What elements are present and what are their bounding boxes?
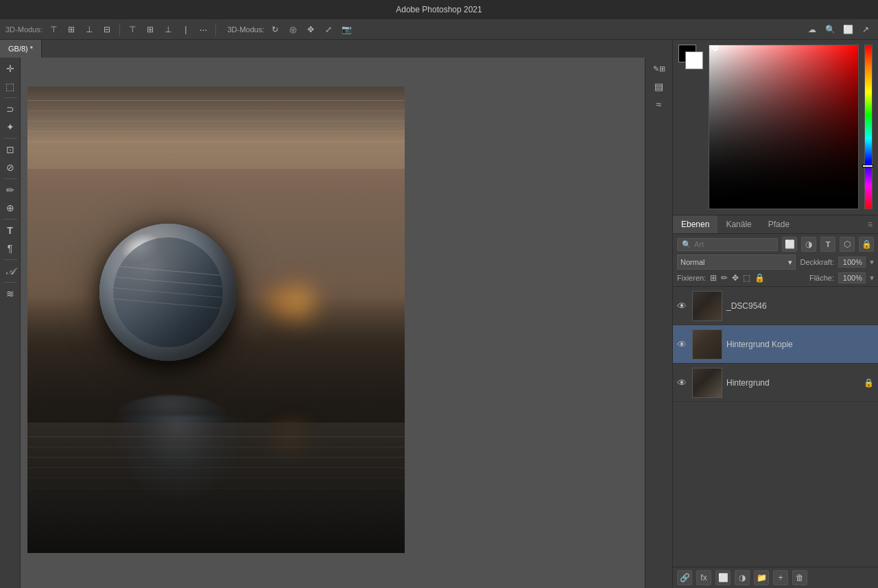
distribute-even-icon[interactable]: |: [179, 23, 193, 36]
type-tool[interactable]: T: [2, 222, 19, 239]
distribute-top-icon[interactable]: ⊤: [126, 23, 139, 36]
align-top-icon[interactable]: ⊤: [47, 23, 60, 36]
layer-visibility-hintergrund[interactable]: 👁: [677, 377, 688, 388]
align-bottom-icon[interactable]: ⊥: [82, 23, 96, 36]
gradient-tool-icon[interactable]: ▤: [651, 78, 667, 95]
fill-value[interactable]: 100%: [838, 272, 866, 283]
fill-label: Fläche:: [809, 274, 834, 282]
fix-row: Fixieren: ⊞ ✏ ✥ ⬚ 🔒 Fläche: 100% ▾: [677, 272, 874, 283]
clone-tool[interactable]: ⊕: [2, 200, 19, 216]
marquee-tool[interactable]: ⬚: [2, 78, 19, 95]
layers-tabs: Ebenen Kanäle Pfade ≡: [673, 215, 878, 234]
distribute-bottom-icon[interactable]: ⊥: [161, 23, 175, 36]
shape-tool[interactable]: ≋: [2, 285, 19, 302]
opacity-label: Deckkraft:: [800, 258, 834, 266]
layers-panel-options[interactable]: ≡: [862, 215, 878, 233]
layer-thumbnail-hintergrund: [692, 368, 722, 398]
wand-tool[interactable]: ✦: [2, 119, 19, 135]
blend-mode-chevron: ▾: [788, 258, 792, 267]
canvas-image[interactable]: [27, 86, 405, 553]
tool-separator-2: [3, 138, 17, 139]
opacity-chevron: ▾: [870, 257, 874, 267]
tab-ebenen[interactable]: Ebenen: [673, 215, 717, 233]
align-middle-icon[interactable]: ⊞: [64, 23, 78, 36]
lasso-tool[interactable]: ⊃: [2, 101, 19, 117]
hue-cursor: [862, 165, 873, 167]
layer-visibility-dsc9546[interactable]: 👁: [677, 301, 688, 311]
layer-visibility-hintergrund-kopie[interactable]: 👁: [677, 339, 688, 350]
lock-position-icon[interactable]: ⊞: [710, 273, 717, 283]
delete-layer-button[interactable]: 🗑: [792, 570, 807, 585]
hue-strip[interactable]: [864, 45, 873, 209]
3d-rotate-icon[interactable]: ↻: [268, 23, 282, 36]
tab-kanaele[interactable]: Kanäle: [717, 215, 759, 233]
align-horizontal-icon[interactable]: ⊟: [100, 23, 114, 36]
layer-filter-adjust-icon[interactable]: ◑: [801, 237, 816, 252]
fill-chevron: ▾: [870, 273, 874, 283]
eyedropper-tool[interactable]: ⊘: [2, 159, 19, 176]
add-adjustment-button[interactable]: ◑: [735, 570, 750, 585]
layer-filter-type-icon[interactable]: T: [820, 237, 835, 252]
tab-pfade[interactable]: Pfade: [760, 215, 798, 233]
tool-separator-4: [3, 219, 17, 220]
search-icon: 🔍: [682, 240, 691, 249]
more-options-button[interactable]: ···: [197, 24, 211, 35]
3d-orbit-icon[interactable]: ◎: [286, 23, 300, 36]
layers-filter-row: 🔍 ⬜ ◑ T ⬡ 🔒: [677, 237, 874, 252]
active-document-tab[interactable]: GB/8) *: [0, 40, 42, 58]
layer-item[interactable]: 👁 _DSC9546: [673, 287, 878, 325]
right-panel: Farbe Farbfelder Verläufe Muster ≡: [672, 19, 878, 588]
layers-search-box[interactable]: 🔍: [677, 238, 778, 251]
color-swatches: [678, 45, 703, 69]
workspace-icon[interactable]: ⬜: [841, 23, 855, 36]
layers-search-input[interactable]: [694, 240, 773, 248]
layers-controls: 🔍 ⬜ ◑ T ⬡ 🔒 Normal ▾ Deckkraft:: [673, 234, 878, 287]
layer-thumbnail-hintergrund-kopie: [692, 329, 722, 360]
lock-move-icon[interactable]: ✥: [732, 273, 739, 283]
share-icon[interactable]: ↗: [859, 23, 873, 36]
layer-item[interactable]: 👁 Hintergrund Kopie: [673, 325, 878, 364]
layer-filter-shape-icon[interactable]: ⬡: [840, 237, 855, 252]
layer-lock-icon: 🔒: [864, 378, 874, 388]
background-color[interactable]: [685, 51, 703, 69]
brush-tool[interactable]: ✏: [2, 182, 19, 198]
search-icon[interactable]: 🔍: [823, 23, 837, 36]
distribute-middle-icon[interactable]: ⊞: [143, 23, 157, 36]
layer-filter-smart-icon[interactable]: 🔒: [859, 237, 874, 252]
3d-slide-icon[interactable]: ⤢: [322, 23, 335, 36]
add-style-button[interactable]: fx: [696, 570, 711, 585]
toolbar-label: 3D-Modus:: [5, 25, 43, 34]
pen-tool[interactable]: 𝒜: [2, 263, 19, 279]
layers-bottom-toolbar: 🔗 fx ⬜ ◑ 📁 + 🗑: [673, 567, 878, 588]
color-cursor: [713, 45, 718, 51]
paragraph-tool[interactable]: ¶: [2, 240, 19, 257]
3d-pan-icon[interactable]: ✥: [304, 23, 318, 36]
canvas-area: [21, 58, 672, 588]
filter-gallery-icon[interactable]: ≈: [651, 96, 667, 113]
add-layer-button[interactable]: +: [773, 570, 788, 585]
lock-pixel-icon[interactable]: ✏: [721, 273, 728, 283]
layer-name-hintergrund-kopie: Hintergrund Kopie: [726, 340, 874, 349]
color-panel: Farbe Farbfelder Verläufe Muster ≡: [673, 19, 878, 215]
blend-mode-select[interactable]: Normal ▾: [677, 255, 796, 270]
crop-tool[interactable]: ⊡: [2, 141, 19, 158]
layer-name-hintergrund: Hintergrund: [726, 378, 859, 388]
layer-filter-pixel-icon[interactable]: ⬜: [782, 237, 797, 252]
move-tool[interactable]: ✛: [2, 60, 19, 77]
cloud-icon[interactable]: ☁: [805, 23, 819, 36]
add-group-button[interactable]: 📁: [754, 570, 769, 585]
layer-item[interactable]: 👁 Hintergrund 🔒: [673, 364, 878, 402]
history-brush-icon[interactable]: ✎⊞: [651, 60, 667, 77]
link-layers-button[interactable]: 🔗: [677, 570, 692, 585]
opacity-value[interactable]: 100%: [838, 257, 866, 268]
color-gradient[interactable]: [709, 45, 859, 209]
lock-all-icon[interactable]: 🔒: [755, 273, 765, 283]
layers-list: 👁 _DSC9546 👁 Hintergrund Kopie 👁: [673, 287, 878, 567]
layer-thumbnail-dsc9546: [692, 291, 722, 321]
tab-bar: GB/8) *: [0, 40, 220, 58]
color-picker-area: [673, 39, 878, 215]
lock-artboard-icon[interactable]: ⬚: [743, 273, 750, 283]
3d-camera-icon[interactable]: 📷: [340, 23, 353, 36]
title-bar: Adobe Photoshop 2021: [0, 0, 878, 19]
add-mask-button[interactable]: ⬜: [715, 570, 731, 585]
